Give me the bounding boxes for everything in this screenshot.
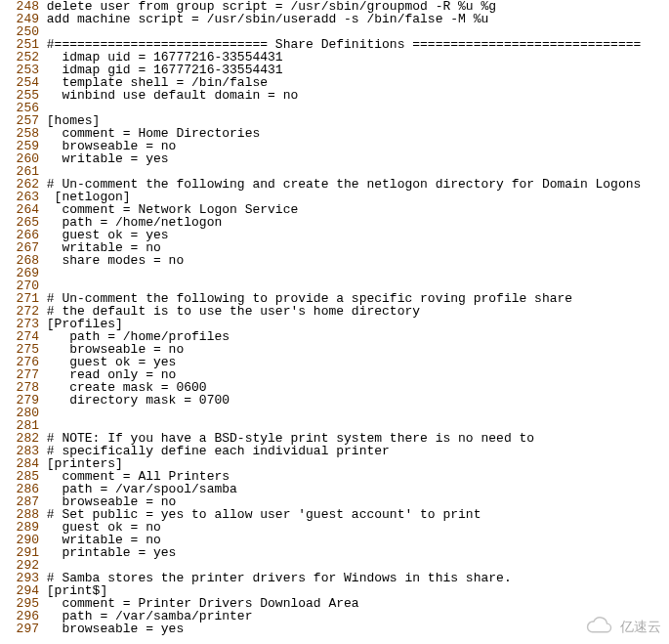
code-line: 268 share modes = no — [0, 254, 669, 267]
code-line: 260 writable = yes — [0, 152, 669, 165]
line-text: add machine script = /usr/sbin/useradd -… — [39, 12, 488, 26]
line-text: browseable = yes — [39, 622, 184, 635]
line-text: share modes = no — [39, 253, 184, 268]
line-text: # Samba stores the printer drivers for W… — [39, 571, 512, 585]
line-number: 297 — [0, 623, 39, 635]
code-line: 249 add machine script = /usr/sbin/usera… — [0, 13, 669, 25]
line-text: writable = yes — [39, 151, 169, 166]
code-line: 256 — [0, 102, 669, 114]
code-line: 279 directory mask = 0700 — [0, 394, 669, 407]
code-line: 280 — [0, 407, 669, 419]
line-text: directory mask = 0700 — [39, 393, 230, 408]
code-line: 297 browseable = yes — [0, 623, 669, 635]
line-text: printable = yes — [39, 545, 176, 560]
code-line: 255 winbind use default domain = no — [0, 89, 669, 102]
line-text: winbind use default domain = no — [39, 88, 298, 103]
code-line: 291 printable = yes — [0, 546, 669, 559]
code-line: 269 — [0, 267, 669, 279]
code-block: 248 delete user from group script = /usr… — [0, 0, 669, 635]
